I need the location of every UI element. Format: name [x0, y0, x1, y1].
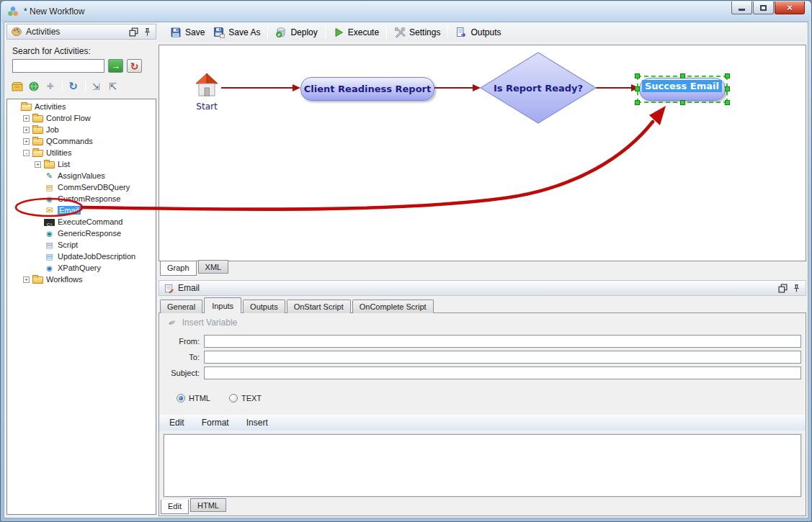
activities-panel-title: Activities — [26, 27, 125, 37]
pin-panel-icon[interactable] — [143, 27, 152, 37]
pin-panel-icon[interactable] — [792, 284, 801, 293]
decision-node-label[interactable]: Is Report Ready? — [481, 53, 596, 123]
tree-item[interactable]: XPathQuery — [7, 262, 156, 274]
menu-item[interactable]: Insert — [246, 418, 268, 428]
toolbar-separator — [267, 26, 268, 39]
selection-handle[interactable] — [725, 86, 730, 91]
tree-item[interactable]: Activities — [7, 101, 156, 112]
refresh-icon: ↻ — [130, 60, 139, 72]
deploy-button[interactable]: Deploy — [271, 24, 321, 40]
tree-item[interactable]: + List — [7, 158, 156, 170]
tree-item[interactable]: UpdateJobDescription — [7, 251, 156, 262]
properties-tab[interactable]: OnComplete Script — [352, 300, 434, 313]
tree-item[interactable]: + Control Flow — [7, 112, 156, 124]
tree-item[interactable]: AssignValues — [7, 170, 156, 181]
tree-item[interactable]: + QCommands — [7, 135, 156, 147]
collapse-all-button[interactable]: ⇲ — [90, 81, 102, 92]
activities-panel: Activities Search for Activities: → ↻ — [6, 24, 156, 515]
email-node[interactable]: Success Email — [639, 78, 726, 101]
tree-item[interactable]: CommServDBQuery — [7, 181, 156, 193]
settings-button[interactable]: Settings — [390, 24, 445, 40]
field-input[interactable] — [204, 335, 801, 348]
tree-item-icon — [32, 150, 43, 157]
package-button[interactable] — [11, 81, 23, 92]
properties-tab[interactable]: Inputs — [204, 297, 241, 313]
maximize-button[interactable] — [753, 1, 774, 14]
selection-handle[interactable] — [680, 73, 685, 78]
email-properties-icon — [164, 283, 174, 294]
format-radio[interactable]: HTML — [177, 394, 210, 402]
minimize-button[interactable] — [731, 1, 752, 14]
outputs-button[interactable]: Outputs — [451, 24, 505, 40]
add-button[interactable]: ✚ — [44, 81, 56, 92]
tree-expander[interactable]: + — [23, 127, 30, 133]
menu-item[interactable]: Format — [202, 418, 229, 428]
start-node-icon[interactable] — [194, 72, 220, 98]
tree-expander[interactable]: - — [23, 150, 30, 156]
properties-title: Email — [178, 283, 774, 293]
tree-expander[interactable]: + — [35, 161, 41, 168]
deploy-label: Deploy — [290, 27, 317, 37]
refresh-tree-button[interactable]: ↻ — [67, 81, 79, 92]
radio-label: HTML — [189, 394, 210, 402]
app-window: * New Workflow Activities — [0, 0, 812, 522]
tree-item[interactable]: + Job — [7, 124, 156, 135]
save-icon — [170, 27, 182, 38]
tree-expander[interactable]: + — [23, 115, 30, 122]
close-button[interactable] — [775, 1, 805, 14]
tree-item-icon — [32, 127, 43, 134]
save-as-label: Save As — [228, 27, 260, 37]
tree-item-label: List — [58, 160, 70, 168]
tree-item[interactable]: CustomResponse — [7, 193, 156, 204]
globe-button[interactable] — [27, 81, 40, 92]
save-as-button[interactable]: Save As — [209, 24, 264, 40]
canvas-tab[interactable]: XML — [198, 260, 229, 274]
tree-item-icon — [44, 206, 55, 215]
tree-item-label: Workflows — [46, 275, 83, 284]
tree-item[interactable]: Email — [7, 204, 156, 216]
field-row: Subject: — [159, 366, 801, 379]
tree-expander[interactable]: + — [23, 138, 30, 145]
float-panel-icon[interactable] — [129, 27, 138, 37]
field-input[interactable] — [204, 351, 801, 364]
tree-item[interactable]: ExecuteCommand — [7, 216, 156, 228]
format-radio[interactable]: TEXT — [229, 394, 262, 402]
package-icon — [12, 81, 23, 91]
insert-variable-row[interactable]: ✒ Insert Variable — [159, 313, 806, 332]
tree-item[interactable]: - Utilities — [7, 147, 156, 158]
tree-item[interactable]: GenericResponse — [7, 228, 156, 239]
tree-item[interactable]: + Workflows — [7, 274, 156, 285]
report-node[interactable]: Client Readiness Report — [300, 77, 434, 101]
selection-handle[interactable] — [635, 86, 640, 91]
save-button[interactable]: Save — [166, 24, 209, 40]
editor-tab[interactable]: Edit — [161, 500, 189, 514]
properties-tab[interactable]: Outputs — [243, 300, 285, 313]
selection-handle[interactable] — [635, 100, 640, 105]
email-body-editor[interactable] — [164, 435, 800, 496]
float-panel-icon[interactable] — [778, 284, 788, 293]
selection-handle[interactable] — [635, 73, 640, 78]
search-reset-button[interactable]: ↻ — [127, 59, 142, 73]
main-toolbar: Save Save As — [159, 22, 806, 42]
selection-handle[interactable] — [725, 73, 730, 78]
tree-item-icon — [44, 264, 55, 273]
selection-handle[interactable] — [725, 100, 730, 105]
properties-tab[interactable]: General — [160, 300, 202, 313]
workflow-canvas[interactable]: Start Client Readiness Report Is Report … — [159, 45, 806, 261]
tree-expander[interactable]: + — [23, 276, 30, 283]
selection-handle[interactable] — [680, 100, 685, 105]
tree-item-icon — [20, 104, 32, 111]
properties-tab[interactable]: OnStart Script — [287, 300, 351, 313]
canvas-tab[interactable]: Graph — [160, 261, 197, 276]
search-go-button[interactable]: → — [108, 59, 123, 73]
start-node-label[interactable]: Start — [187, 102, 227, 112]
search-input[interactable] — [12, 59, 104, 73]
execute-button[interactable]: Execute — [329, 24, 383, 40]
menu-item[interactable]: Edit — [169, 418, 184, 428]
tree-item[interactable]: Script — [7, 239, 156, 251]
expand-all-button[interactable]: ⇱ — [107, 81, 119, 92]
field-input[interactable] — [204, 366, 801, 379]
email-node-label[interactable]: Success Email — [642, 80, 722, 92]
email-body-wrap — [164, 434, 801, 497]
editor-tab[interactable]: HTML — [190, 498, 226, 512]
